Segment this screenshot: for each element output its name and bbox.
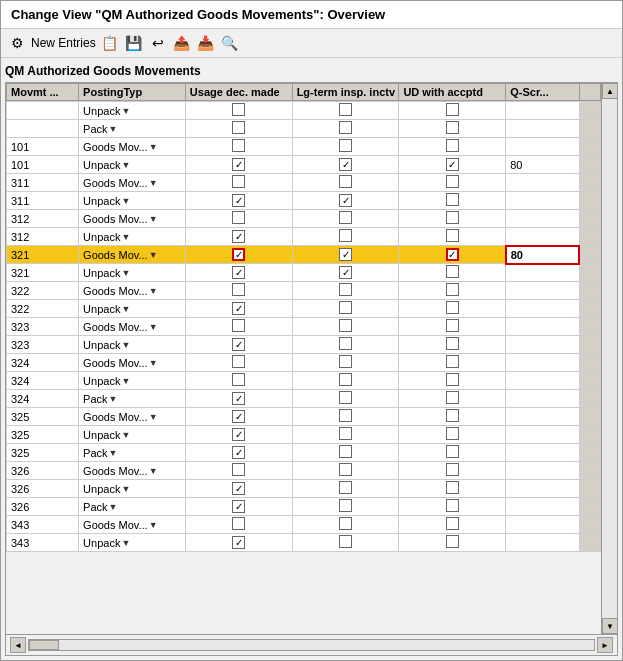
cell-lgterm[interactable] [292,498,399,516]
scroll-down-button[interactable]: ▼ [602,618,617,634]
cell-posting[interactable]: Unpack ▼ [79,336,186,354]
checkbox-ud[interactable] [446,355,459,368]
cell-usage[interactable] [185,462,292,480]
cell-usage[interactable] [185,336,292,354]
checkbox-ud[interactable] [446,463,459,476]
scroll-up-button[interactable]: ▲ [602,83,617,99]
cell-lgterm[interactable] [292,102,399,120]
checkbox-lgterm[interactable] [339,248,352,261]
dropdown-arrow-icon[interactable]: ▼ [121,538,130,548]
checkbox-ud[interactable] [446,175,459,188]
cell-ud[interactable] [399,426,506,444]
cell-ud[interactable] [399,354,506,372]
cell-lgterm[interactable] [292,228,399,246]
checkbox-lgterm[interactable] [339,409,352,422]
checkbox-usage[interactable] [232,536,245,549]
dropdown-arrow-icon[interactable]: ▼ [121,376,130,386]
checkbox-lgterm[interactable] [339,535,352,548]
cell-ud[interactable] [399,264,506,282]
checkbox-ud[interactable] [446,409,459,422]
cell-lgterm[interactable] [292,462,399,480]
cell-posting[interactable]: Pack ▼ [79,120,186,138]
checkbox-usage[interactable] [232,248,245,261]
toolbar-import-icon[interactable]: 📥 [196,33,216,53]
checkbox-usage[interactable] [232,302,245,315]
cell-posting[interactable]: Pack ▼ [79,444,186,462]
cell-posting[interactable]: Unpack ▼ [79,228,186,246]
checkbox-usage[interactable] [232,463,245,476]
checkbox-lgterm[interactable] [339,337,352,350]
checkbox-usage[interactable] [232,175,245,188]
cell-posting[interactable]: Goods Mov... ▼ [79,354,186,372]
cell-ud[interactable] [399,372,506,390]
cell-posting[interactable]: Goods Mov... ▼ [79,462,186,480]
checkbox-usage[interactable] [232,482,245,495]
dropdown-arrow-icon[interactable]: ▼ [149,412,158,422]
dropdown-arrow-icon[interactable]: ▼ [121,430,130,440]
cell-lgterm[interactable] [292,138,399,156]
checkbox-usage[interactable] [232,103,245,116]
cell-lgterm[interactable] [292,192,399,210]
dropdown-arrow-icon[interactable]: ▼ [121,106,130,116]
cell-usage[interactable] [185,390,292,408]
checkbox-usage[interactable] [232,355,245,368]
cell-posting[interactable]: Goods Mov... ▼ [79,210,186,228]
checkbox-lgterm[interactable] [339,211,352,224]
cell-ud[interactable] [399,120,506,138]
cell-ud[interactable] [399,300,506,318]
dropdown-arrow-icon[interactable]: ▼ [149,358,158,368]
checkbox-usage[interactable] [232,230,245,243]
dropdown-arrow-icon[interactable]: ▼ [121,340,130,350]
checkbox-usage[interactable] [232,338,245,351]
dropdown-arrow-icon[interactable]: ▼ [149,520,158,530]
toolbar-settings-icon[interactable]: ⚙ [7,33,27,53]
toolbar-save-icon[interactable]: 💾 [124,33,144,53]
checkbox-lgterm[interactable] [339,499,352,512]
checkbox-usage[interactable] [232,194,245,207]
dropdown-arrow-icon[interactable]: ▼ [109,394,118,404]
h-scroll-thumb[interactable] [29,640,59,650]
checkbox-usage[interactable] [232,500,245,513]
dropdown-arrow-icon[interactable]: ▼ [149,322,158,332]
dropdown-arrow-icon[interactable]: ▼ [149,178,158,188]
dropdown-arrow-icon[interactable]: ▼ [149,250,158,260]
dropdown-arrow-icon[interactable]: ▼ [121,484,130,494]
cell-lgterm[interactable] [292,480,399,498]
checkbox-ud[interactable] [446,517,459,530]
checkbox-usage[interactable] [232,319,245,332]
checkbox-lgterm[interactable] [339,355,352,368]
checkbox-usage[interactable] [232,446,245,459]
dropdown-arrow-icon[interactable]: ▼ [109,502,118,512]
cell-ud[interactable] [399,156,506,174]
toolbar-undo-icon[interactable]: ↩ [148,33,168,53]
cell-usage[interactable] [185,102,292,120]
cell-usage[interactable] [185,156,292,174]
cell-usage[interactable] [185,480,292,498]
cell-posting[interactable]: Goods Mov... ▼ [79,174,186,192]
cell-posting[interactable]: Unpack ▼ [79,480,186,498]
checkbox-usage[interactable] [232,266,245,279]
checkbox-usage[interactable] [232,121,245,134]
checkbox-lgterm[interactable] [339,194,352,207]
cell-posting[interactable]: Unpack ▼ [79,534,186,552]
cell-ud[interactable] [399,444,506,462]
cell-lgterm[interactable] [292,210,399,228]
cell-lgterm[interactable] [292,354,399,372]
checkbox-usage[interactable] [232,373,245,386]
cell-usage[interactable] [185,192,292,210]
checkbox-usage[interactable] [232,517,245,530]
checkbox-lgterm[interactable] [339,373,352,386]
cell-usage[interactable] [185,408,292,426]
checkbox-ud[interactable] [446,319,459,332]
cell-lgterm[interactable] [292,156,399,174]
checkbox-usage[interactable] [232,139,245,152]
cell-ud[interactable] [399,462,506,480]
checkbox-ud[interactable] [446,499,459,512]
cell-lgterm[interactable] [292,408,399,426]
cell-usage[interactable] [185,264,292,282]
checkbox-ud[interactable] [446,158,459,171]
checkbox-usage[interactable] [232,211,245,224]
checkbox-usage[interactable] [232,158,245,171]
new-entries-button[interactable]: New Entries [31,36,96,50]
cell-ud[interactable] [399,228,506,246]
